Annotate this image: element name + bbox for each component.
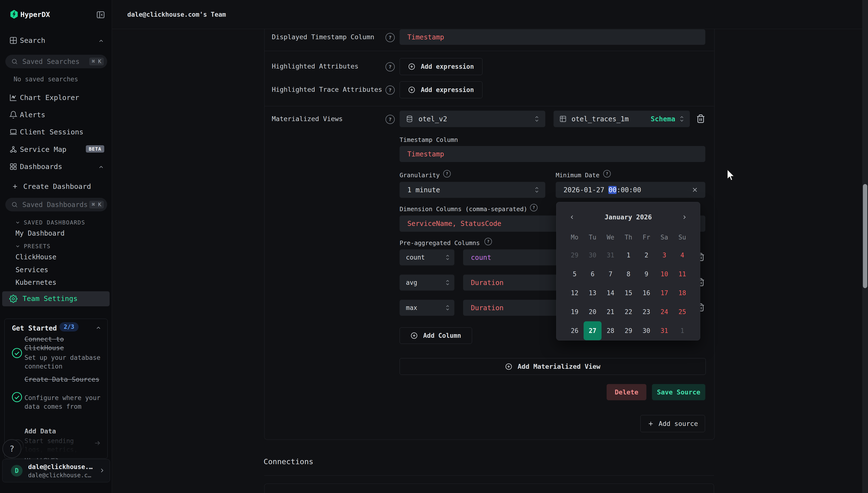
add-expression-button[interactable]: Add expression — [400, 81, 483, 98]
calendar-day[interactable]: 10 — [655, 265, 673, 283]
help-hint-icon[interactable]: ? — [385, 115, 395, 124]
aggregation-fn-select[interactable]: max — [400, 300, 455, 316]
calendar-day[interactable]: 26 — [566, 321, 584, 340]
add-column-button[interactable]: Add Column — [400, 327, 472, 344]
aggregation-expr-value: Duration — [471, 304, 504, 312]
calendar-day[interactable]: 13 — [584, 283, 602, 302]
calendar-day[interactable]: 30 — [584, 246, 602, 265]
calendar-day[interactable]: 20 — [584, 302, 602, 321]
sidebar-item-services[interactable]: Services — [16, 266, 48, 274]
calendar-day[interactable]: 6 — [584, 265, 602, 283]
sidebar-item-client-sessions[interactable]: Client Sessions — [20, 128, 83, 136]
calendar-day[interactable]: 21 — [602, 302, 620, 321]
calendar-day[interactable]: 25 — [673, 302, 691, 321]
minimum-date-input[interactable]: 2026-01-27 00:00:00 — [556, 182, 705, 198]
calendar-day[interactable]: 18 — [673, 283, 691, 302]
add-source-button[interactable]: Add source — [640, 415, 705, 432]
create-dashboard-button[interactable]: Create Dashboard — [12, 182, 91, 191]
calendar-day[interactable]: 29 — [566, 246, 584, 265]
help-hint-icon[interactable]: ? — [484, 238, 492, 245]
database-select[interactable]: otel_v2 — [400, 111, 545, 127]
sidebar-collapse-icon[interactable] — [96, 10, 105, 20]
calendar-day[interactable]: 9 — [638, 265, 655, 283]
delete-materialized-view-icon[interactable] — [696, 114, 706, 125]
help-hint-icon[interactable]: ? — [385, 85, 395, 95]
check-circle-icon — [12, 347, 23, 360]
calendar-day[interactable]: 19 — [566, 302, 584, 321]
chevrons-up-down-icon — [534, 186, 540, 193]
sidebar-item-service-map[interactable]: Service Map — [20, 145, 66, 154]
calendar-day[interactable]: 14 — [602, 283, 620, 302]
calendar-day[interactable]: 29 — [620, 321, 638, 340]
calendar-day[interactable]: 8 — [620, 265, 638, 283]
user-menu[interactable]: D dale@clickhouse.… dale@clickhouse.c… — [2, 459, 110, 483]
calendar-month-title[interactable]: January 2026 — [557, 213, 700, 221]
saved-dashboards-group[interactable]: SAVED DASHBOARDS — [15, 219, 85, 226]
alerts-icon — [9, 111, 18, 120]
pre-aggregated-label: Pre-aggregated Columns — [400, 239, 480, 247]
sidebar-item-chart-explorer[interactable]: Chart Explorer — [20, 93, 79, 102]
calendar-day[interactable]: 23 — [638, 302, 655, 321]
calendar-day[interactable]: 15 — [620, 283, 638, 302]
help-hint-icon[interactable]: ? — [530, 204, 538, 211]
add-materialized-view-button[interactable]: Add Materialized View — [400, 358, 706, 375]
step-desc: Set up your database connection — [24, 353, 102, 371]
saved-dashboards-input[interactable]: Saved Dashboards ⌘ K — [5, 198, 107, 211]
aggregation-fn-select[interactable]: count — [400, 250, 455, 265]
help-hint-icon[interactable]: ? — [385, 62, 395, 71]
calendar-day[interactable]: 12 — [566, 283, 584, 302]
aggregation-fn-select[interactable]: avg — [400, 275, 455, 291]
schema-badge[interactable]: Schema — [651, 115, 675, 123]
table-select[interactable]: otel_traces_1m Schema — [553, 111, 690, 127]
calendar-day[interactable]: 1 — [620, 246, 638, 265]
calendar-day[interactable]: 31 — [655, 321, 673, 340]
calendar-day[interactable]: 11 — [673, 265, 691, 283]
step-title[interactable]: Create Data Sources — [24, 375, 102, 384]
get-started-collapse-icon[interactable] — [95, 325, 102, 332]
calendar-day[interactable]: 3 — [655, 246, 673, 265]
delete-button[interactable]: Delete — [607, 384, 646, 400]
calendar-day[interactable]: 16 — [638, 283, 655, 302]
step-title[interactable]: Connect to ClickHouse — [24, 335, 102, 352]
calendar-day[interactable]: 31 — [602, 246, 620, 265]
granularity-select[interactable]: 1 minute — [400, 182, 545, 198]
sidebar-item-clickhouse[interactable]: ClickHouse — [16, 253, 57, 261]
help-button[interactable]: ? — [2, 439, 21, 458]
calendar-day[interactable]: 7 — [602, 265, 620, 283]
plus-icon — [12, 183, 18, 190]
page-title: dale@clickhouse.com's Team — [127, 10, 226, 19]
help-hint-icon[interactable]: ? — [443, 170, 451, 177]
calendar-day[interactable]: 27 — [584, 321, 602, 340]
clear-date-icon[interactable] — [691, 186, 699, 193]
dashboards-chevron-up-icon[interactable] — [98, 164, 104, 171]
divider — [264, 106, 714, 106]
timestamp-column-input[interactable]: Timestamp — [400, 146, 705, 162]
add-expression-button[interactable]: Add expression — [400, 58, 483, 75]
page-scrollbar-thumb[interactable] — [863, 184, 867, 288]
aggregation-fn-value: max — [406, 304, 417, 312]
calendar-day[interactable]: 24 — [655, 302, 673, 321]
help-hint-icon[interactable]: ? — [385, 33, 395, 42]
displayed-timestamp-input[interactable]: Timestamp — [400, 29, 705, 45]
sidebar-item-dashboards[interactable]: Dashboards — [20, 162, 62, 171]
sidebar-item-kubernetes[interactable]: Kubernetes — [16, 278, 57, 286]
save-source-button[interactable]: Save Source — [652, 384, 705, 400]
calendar-day[interactable]: 28 — [602, 321, 620, 340]
calendar-day[interactable]: 5 — [566, 265, 584, 283]
calendar-day[interactable]: 1 — [673, 321, 691, 340]
help-hint-icon[interactable]: ? — [603, 170, 611, 177]
calendar-day[interactable]: 30 — [638, 321, 655, 340]
sidebar-item-alerts[interactable]: Alerts — [20, 110, 45, 119]
calendar-next-month-button[interactable] — [679, 212, 690, 222]
calendar-day[interactable]: 4 — [673, 246, 691, 265]
saved-searches-input[interactable]: Saved Searches ⌘ K — [5, 55, 107, 68]
presets-group[interactable]: PRESETS — [15, 243, 51, 250]
search-chevron-up-icon[interactable] — [98, 38, 104, 45]
user-email: dale@clickhouse.c… — [28, 472, 91, 479]
calendar-day[interactable]: 2 — [638, 246, 655, 265]
sidebar-item-search[interactable]: Search — [20, 36, 45, 45]
calendar-day[interactable]: 22 — [620, 302, 638, 321]
sidebar-item-my-dashboard[interactable]: My Dashboard — [16, 229, 64, 237]
calendar-day[interactable]: 17 — [655, 283, 673, 302]
sidebar-item-team-settings[interactable]: Team Settings — [2, 291, 109, 306]
